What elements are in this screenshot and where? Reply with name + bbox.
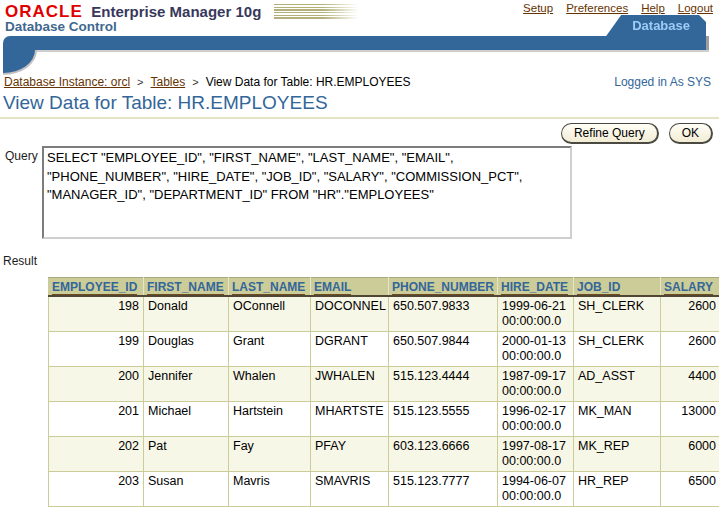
column-header-cell: HIRE_DATE — [498, 278, 574, 297]
cell-hire_date: 1997-08-17 00:00:00.0 — [498, 437, 574, 472]
cell-phone_number: 603.123.6666 — [389, 437, 498, 472]
cell-employee_id: 203 — [49, 472, 144, 507]
query-textarea[interactable]: SELECT "EMPLOYEE_ID", "FIRST_NAME", "LAS… — [42, 146, 572, 239]
cell-last_name: Fay — [229, 437, 311, 472]
query-label: Query — [5, 146, 39, 239]
column-header-cell: LAST_NAME — [229, 278, 311, 297]
cell-salary: 2600 — [661, 296, 719, 332]
cell-hire_date: 1996-02-17 00:00:00.0 — [498, 402, 574, 437]
page-title: View Data for Table: HR.EMPLOYEES — [3, 92, 328, 114]
column-header-cell: PHONE_NUMBER — [389, 278, 498, 297]
result-header-row: EMPLOYEE_IDFIRST_NAMELAST_NAMEEMAILPHONE… — [49, 278, 719, 297]
cell-last_name: Whalen — [229, 367, 311, 402]
cell-phone_number: 515.123.7777 — [389, 472, 498, 507]
column-header-email[interactable]: EMAIL — [314, 280, 351, 295]
title-divider — [0, 117, 719, 119]
cell-last_name: OConnell — [229, 296, 311, 332]
cell-job_id: MK_MAN — [574, 402, 661, 437]
header-link-setup[interactable]: Setup — [523, 2, 553, 14]
result-label: Result — [3, 254, 37, 268]
cell-email: JWHALEN — [311, 367, 389, 402]
breadcrumb-separator: > — [137, 76, 143, 88]
column-header-hire_date[interactable]: HIRE_DATE — [501, 280, 568, 295]
column-header-first_name[interactable]: FIRST_NAME — [147, 280, 224, 295]
breadcrumb-link[interactable]: Tables — [151, 75, 186, 89]
cell-hire_date: 2000-01-13 00:00:00.0 — [498, 332, 574, 367]
ok-button[interactable]: OK — [669, 123, 713, 144]
cell-job_id: HR_REP — [574, 472, 661, 507]
table-row: 199DouglasGrantDGRANT650.507.98442000-01… — [49, 332, 719, 367]
tab-database[interactable]: Database — [606, 15, 706, 36]
cell-salary: 2600 — [661, 332, 719, 367]
cell-employee_id: 202 — [49, 437, 144, 472]
table-row: 200JenniferWhalenJWHALEN515.123.44441987… — [49, 367, 719, 402]
column-header-cell: EMPLOYEE_ID — [49, 278, 144, 297]
cell-email: PFAY — [311, 437, 389, 472]
cell-first_name: Jennifer — [144, 367, 229, 402]
cell-email: MHARTSTE — [311, 402, 389, 437]
stripes-decoration-icon — [274, 4, 362, 19]
cell-phone_number: 515.123.4444 — [389, 367, 498, 402]
cell-salary: 6000 — [661, 437, 719, 472]
breadcrumb-link[interactable]: Database Instance: orcl — [4, 75, 130, 89]
table-row: 203SusanMavrisSMAVRIS515.123.77771994-06… — [49, 472, 719, 507]
cell-job_id: SH_CLERK — [574, 332, 661, 367]
table-row: 202PatFayPFAY603.123.66661997-08-17 00:0… — [49, 437, 719, 472]
cell-first_name: Michael — [144, 402, 229, 437]
cell-employee_id: 198 — [49, 296, 144, 332]
column-header-cell: JOB_ID — [574, 278, 661, 297]
cell-first_name: Douglas — [144, 332, 229, 367]
banner-bar — [3, 36, 706, 50]
cell-job_id: SH_CLERK — [574, 296, 661, 332]
cell-employee_id: 201 — [49, 402, 144, 437]
cell-last_name: Hartstein — [229, 402, 311, 437]
cell-last_name: Grant — [229, 332, 311, 367]
cell-first_name: Pat — [144, 437, 229, 472]
cell-hire_date: 1994-06-07 00:00:00.0 — [498, 472, 574, 507]
cell-job_id: MK_REP — [574, 437, 661, 472]
logged-in-status: Logged in As SYS — [614, 75, 711, 89]
header-link-preferences[interactable]: Preferences — [566, 2, 628, 14]
header-link-help[interactable]: Help — [641, 2, 665, 14]
cell-salary: 13000 — [661, 402, 719, 437]
column-header-cell: SALARY — [661, 278, 719, 297]
banner-bar-shadow — [3, 50, 709, 52]
cell-first_name: Donald — [144, 296, 229, 332]
breadcrumb: Database Instance: orcl>Tables>View Data… — [4, 75, 411, 89]
table-row: 201MichaelHartsteinMHARTSTE515.123.55551… — [49, 402, 719, 437]
column-header-job_id[interactable]: JOB_ID — [577, 280, 620, 295]
cell-employee_id: 199 — [49, 332, 144, 367]
oracle-em-page: ORACLE Enterprise Manager 10g Database C… — [0, 0, 719, 509]
breadcrumb-separator: > — [192, 76, 198, 88]
refine-query-button[interactable]: Refine Query — [561, 123, 659, 144]
cell-email: SMAVRIS — [311, 472, 389, 507]
cell-first_name: Susan — [144, 472, 229, 507]
table-row: 198DonaldOConnellDOCONNEL650.507.9833199… — [49, 296, 719, 332]
cell-email: DGRANT — [311, 332, 389, 367]
column-header-last_name[interactable]: LAST_NAME — [232, 280, 305, 295]
product-name: Enterprise Manager 10g — [91, 3, 261, 20]
cell-phone_number: 515.123.5555 — [389, 402, 498, 437]
cell-hire_date: 1999-06-21 00:00:00.0 — [498, 296, 574, 332]
breadcrumb-current: View Data for Table: HR.EMPLOYEES — [206, 75, 411, 89]
cell-job_id: AD_ASST — [574, 367, 661, 402]
header-links: SetupPreferencesHelpLogout — [510, 2, 713, 14]
cell-employee_id: 200 — [49, 367, 144, 402]
column-header-employee_id[interactable]: EMPLOYEE_ID — [52, 280, 137, 295]
database-control-label: Database Control — [5, 19, 117, 34]
header-link-logout[interactable]: Logout — [678, 2, 713, 14]
column-header-cell: FIRST_NAME — [144, 278, 229, 297]
cell-salary: 6500 — [661, 472, 719, 507]
column-header-cell: EMAIL — [311, 278, 389, 297]
result-table: EMPLOYEE_IDFIRST_NAMELAST_NAMEEMAILPHONE… — [48, 277, 719, 507]
cell-last_name: Mavris — [229, 472, 311, 507]
cell-salary: 4400 — [661, 367, 719, 402]
action-buttons: Refine Query OK — [561, 123, 713, 144]
cell-hire_date: 1987-09-17 00:00:00.0 — [498, 367, 574, 402]
column-header-phone_number[interactable]: PHONE_NUMBER — [392, 280, 494, 295]
cell-phone_number: 650.507.9844 — [389, 332, 498, 367]
banner-bar-curl — [3, 50, 37, 75]
column-header-salary[interactable]: SALARY — [664, 280, 713, 295]
cell-phone_number: 650.507.9833 — [389, 296, 498, 332]
cell-email: DOCONNEL — [311, 296, 389, 332]
